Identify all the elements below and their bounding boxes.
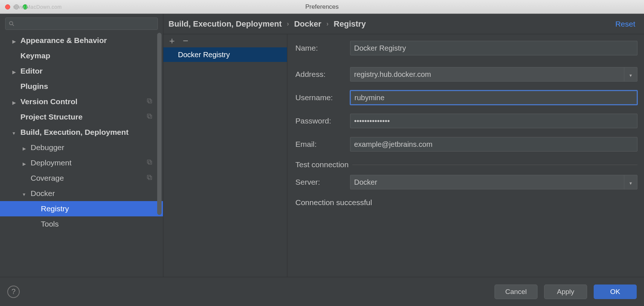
sidebar-item-registry[interactable]: Registry <box>0 201 163 216</box>
dropdown-button[interactable] <box>624 67 637 81</box>
chevron-down-icon <box>629 70 633 79</box>
window-titlebar: www.MacDown.com Preferences <box>0 0 644 14</box>
chevron-right-icon <box>12 67 16 75</box>
sidebar-item-label: Build, Execution, Deployment <box>20 128 128 137</box>
sidebar-item-label: Project Structure <box>20 113 82 121</box>
sidebar-item-label: Editor <box>20 67 43 75</box>
help-button[interactable]: ? <box>7 286 20 298</box>
sidebar-item-build-execution-deployment[interactable]: Build, Execution, Deployment <box>0 125 163 140</box>
breadcrumb-bar: Build, Execution, Deployment › Docker › … <box>163 14 644 34</box>
password-input[interactable] <box>350 114 637 128</box>
settings-sidebar: Appearance & BehaviorKeymapEditorPlugins… <box>0 14 163 277</box>
chevron-right-icon <box>12 36 16 45</box>
registry-list: Docker Registry <box>163 47 287 277</box>
breadcrumb-root[interactable]: Build, Execution, Deployment <box>168 19 282 29</box>
email-label: Email: <box>295 140 350 149</box>
project-scope-icon <box>146 97 153 106</box>
project-scope-icon <box>146 113 153 121</box>
close-window-button[interactable] <box>5 4 10 9</box>
sidebar-item-version-control[interactable]: Version Control <box>0 94 163 109</box>
chevron-right-icon <box>23 158 26 167</box>
settings-search-input[interactable] <box>5 17 158 30</box>
server-label: Server: <box>295 178 350 187</box>
project-scope-icon <box>146 158 153 167</box>
name-input[interactable] <box>350 41 637 55</box>
address-value: registry.hub.docker.com <box>354 70 431 79</box>
test-connection-legend: Test connection <box>295 160 352 169</box>
sidebar-item-coverage[interactable]: Coverage <box>0 170 163 186</box>
test-connection-group: Test connection Server: Docker Connectio… <box>295 160 637 207</box>
svg-rect-3 <box>147 99 151 102</box>
watermark-text: www.MacDown.com <box>13 4 62 10</box>
registry-list-item[interactable]: Docker Registry <box>163 47 287 62</box>
breadcrumb-separator-icon: › <box>287 20 289 28</box>
sidebar-item-deployment[interactable]: Deployment <box>0 155 163 170</box>
svg-rect-5 <box>147 114 151 117</box>
sidebar-item-label: Plugins <box>20 82 48 91</box>
svg-rect-9 <box>147 175 151 178</box>
sidebar-item-label: Deployment <box>31 158 71 167</box>
username-label: Username: <box>295 93 350 102</box>
breadcrumb-separator-icon: › <box>326 20 329 28</box>
username-input[interactable] <box>350 90 637 105</box>
sidebar-item-keymap[interactable]: Keymap <box>0 48 163 63</box>
svg-line-1 <box>12 24 14 26</box>
sidebar-item-docker[interactable]: Docker <box>0 186 163 201</box>
svg-rect-7 <box>147 160 151 163</box>
remove-button[interactable]: − <box>183 36 188 46</box>
password-label: Password: <box>295 117 350 125</box>
add-button[interactable]: + <box>169 36 175 46</box>
window-title: Preferences <box>305 3 339 11</box>
chevron-right-icon <box>12 97 16 106</box>
breadcrumb-parent[interactable]: Docker <box>294 19 321 29</box>
chevron-right-icon <box>23 143 26 152</box>
connection-status: Connection successful <box>295 198 637 207</box>
name-label: Name: <box>295 44 350 52</box>
chevron-down-icon <box>12 128 16 137</box>
sidebar-item-appearance-behavior[interactable]: Appearance & Behavior <box>0 33 163 48</box>
svg-rect-8 <box>148 176 152 180</box>
apply-button[interactable]: Apply <box>544 285 587 299</box>
sidebar-item-label: Keymap <box>20 51 50 60</box>
sidebar-item-label: Registry <box>41 204 69 213</box>
svg-point-0 <box>9 21 13 25</box>
registry-form: Name: Address: registry.hub.docker.com U… <box>287 34 644 277</box>
sidebar-item-project-structure[interactable]: Project Structure <box>0 109 163 125</box>
server-value: Docker <box>354 178 377 187</box>
settings-tree: Appearance & BehaviorKeymapEditorPlugins… <box>0 33 163 277</box>
address-label: Address: <box>295 70 350 79</box>
dialog-footer: ? Cancel Apply OK <box>0 277 644 306</box>
svg-rect-6 <box>148 161 152 164</box>
dropdown-button[interactable] <box>624 175 637 189</box>
ok-button[interactable]: OK <box>594 285 637 299</box>
sidebar-item-editor[interactable]: Editor <box>0 63 163 79</box>
search-icon <box>8 20 15 27</box>
address-combobox[interactable]: registry.hub.docker.com <box>350 67 637 82</box>
breadcrumb-current: Registry <box>334 19 366 29</box>
sidebar-item-debugger[interactable]: Debugger <box>0 140 163 155</box>
sidebar-item-tools[interactable]: Tools <box>0 216 163 232</box>
chevron-down-icon <box>22 189 26 198</box>
sidebar-item-label: Appearance & Behavior <box>20 36 107 45</box>
sidebar-item-label: Debugger <box>31 143 64 152</box>
cancel-button[interactable]: Cancel <box>494 285 538 299</box>
sidebar-item-plugins[interactable]: Plugins <box>0 79 163 94</box>
project-scope-icon <box>146 174 153 183</box>
sidebar-item-label: Docker <box>31 189 55 198</box>
registry-list-panel: + − Docker Registry <box>163 34 287 277</box>
chevron-down-icon <box>629 178 633 187</box>
svg-rect-2 <box>148 100 152 103</box>
sidebar-item-label: Version Control <box>20 97 77 106</box>
reset-link[interactable]: Reset <box>615 20 635 28</box>
sidebar-item-label: Coverage <box>31 174 64 183</box>
sidebar-scrollbar[interactable] <box>157 33 162 237</box>
svg-rect-4 <box>148 115 152 118</box>
sidebar-item-label: Tools <box>41 220 59 228</box>
email-input[interactable] <box>350 137 637 152</box>
server-combobox[interactable]: Docker <box>350 175 637 189</box>
